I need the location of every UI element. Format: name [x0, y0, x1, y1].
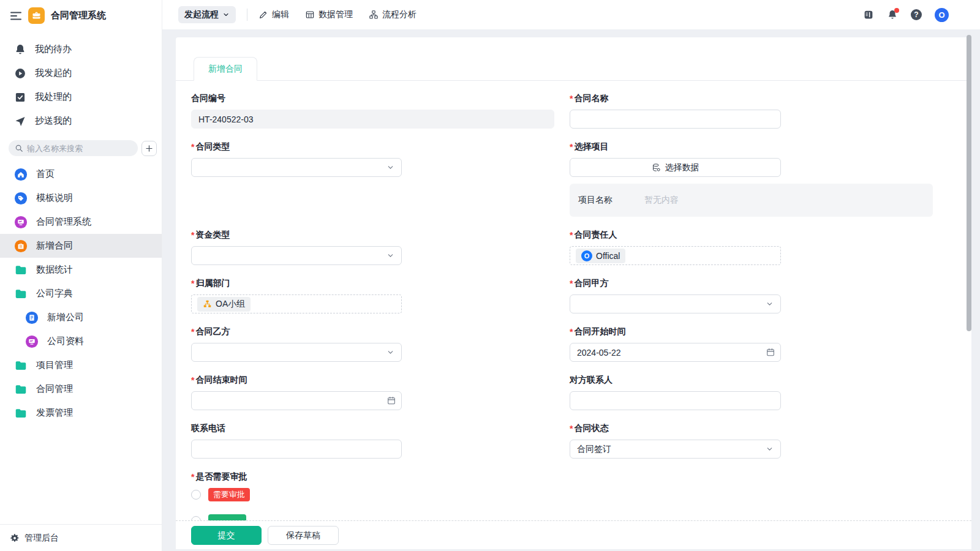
help-icon[interactable]: ?	[911, 9, 922, 20]
approval-option-need[interactable]: 需要审批	[191, 488, 402, 501]
tab-new-contract[interactable]: 新增合同	[194, 57, 257, 81]
page-scrollbar-thumb[interactable]	[967, 35, 971, 331]
submit-button[interactable]: 提交	[191, 526, 262, 545]
owner-avatar: O	[581, 250, 592, 261]
field-party-a: 合同甲方	[570, 277, 781, 313]
start-date-label: 合同开始时间	[570, 325, 781, 338]
sidebar-item-company-info[interactable]: 公司资料	[0, 329, 162, 353]
sidebar-item-label: 首页	[36, 168, 55, 180]
sidebar-item-contract-system[interactable]: 合同管理系统	[0, 210, 162, 234]
home-icon	[14, 168, 28, 181]
notification-dot	[894, 8, 899, 13]
sidebar-search-row	[0, 133, 162, 162]
need-approval-badge: 需要审批	[208, 488, 250, 501]
main-area: 发起流程 编辑 数据管理 流程分析 ? O	[162, 0, 980, 551]
contact-person-label: 对方联系人	[570, 373, 781, 386]
notifications-bell-icon[interactable]	[887, 9, 898, 20]
search-input[interactable]	[27, 144, 119, 153]
contact-person-input[interactable]	[570, 391, 781, 410]
field-phone: 联系电话	[191, 422, 402, 459]
select-data-label: 选择数据	[665, 162, 699, 173]
data-management-button[interactable]: 数据管理	[305, 9, 353, 20]
sidebar-item-label: 数据统计	[36, 264, 73, 276]
flow-analysis-button[interactable]: 流程分析	[369, 9, 417, 20]
chevron-down-icon	[386, 252, 394, 260]
sidebar-item-new-contract[interactable]: 新增合同	[0, 234, 162, 258]
owner-picker[interactable]: O Offical	[570, 246, 781, 265]
toolbar-divider	[247, 9, 247, 21]
edit-button[interactable]: 编辑	[258, 9, 289, 20]
end-date-picker[interactable]	[191, 391, 402, 410]
edit-label: 编辑	[272, 9, 289, 20]
form-footer: 提交 保存草稿	[176, 520, 971, 549]
sidebar-item-contract-mgmt[interactable]: 合同管理	[0, 377, 162, 401]
folder-icon	[14, 287, 28, 301]
fund-type-label: 资金类型	[191, 228, 402, 241]
calendar-icon	[766, 347, 775, 357]
start-date-input[interactable]	[570, 343, 781, 362]
contract-type-select[interactable]	[191, 158, 402, 177]
fund-type-select[interactable]	[191, 246, 402, 265]
select-data-button[interactable]: 选择数据	[570, 158, 781, 177]
radio-button[interactable]	[191, 516, 201, 520]
sidebar-item-label: 新增公司	[47, 312, 84, 323]
sidebar-item-company-dict[interactable]: 公司字典	[0, 282, 162, 305]
tab-label: 新增合同	[208, 64, 243, 75]
field-select-project: 选择项目 选择数据 项目名称 暂无内容	[570, 140, 781, 217]
field-status: 合同状态 合同签订	[570, 422, 781, 459]
sidebar-item-label: 项目管理	[36, 359, 73, 371]
save-draft-button[interactable]: 保存草稿	[268, 526, 339, 545]
admin-backend-label: 管理后台	[24, 533, 59, 544]
project-name-panel: 项目名称 暂无内容	[570, 184, 933, 217]
phone-input[interactable]	[191, 440, 402, 459]
sidebar-item-my-handled[interactable]: 我处理的	[0, 85, 162, 109]
party-b-select[interactable]	[191, 343, 402, 362]
field-start-date: 合同开始时间	[570, 325, 781, 362]
sidebar-item-label: 发票管理	[36, 407, 73, 419]
panel-toggle-icon[interactable]	[863, 9, 874, 20]
sidebar-item-label: 我的待办	[35, 43, 72, 55]
owner-tag[interactable]: O Offical	[576, 249, 625, 263]
sidebar-item-template-notes[interactable]: 模板说明	[0, 186, 162, 210]
contract-name-input[interactable]	[570, 110, 781, 129]
end-date-input[interactable]	[191, 391, 402, 410]
sidebar-item-project-mgmt[interactable]: 项目管理	[0, 353, 162, 377]
sidebar-item-data-stats[interactable]: 数据统计	[0, 258, 162, 282]
org-chart-icon	[203, 299, 212, 309]
sidebar-item-my-todo[interactable]: 我的待办	[0, 37, 162, 61]
add-button[interactable]	[141, 141, 157, 156]
sidebar-item-invoice-mgmt[interactable]: 发票管理	[0, 401, 162, 425]
sidebar-item-label: 公司字典	[36, 288, 73, 299]
start-flow-button[interactable]: 发起流程	[178, 6, 236, 23]
party-a-select[interactable]	[570, 294, 781, 313]
sidebar-item-label: 我处理的	[35, 91, 72, 103]
sidebar-item-label: 抄送我的	[35, 115, 72, 127]
chevron-down-icon	[766, 300, 774, 308]
field-contact-person: 对方联系人	[570, 373, 781, 410]
approval-option-2[interactable]	[191, 514, 402, 520]
radio-button[interactable]	[191, 490, 201, 500]
field-contract-name: 合同名称	[570, 92, 781, 129]
sidebar-item-my-initiated[interactable]: 我发起的	[0, 61, 162, 85]
admin-backend-link[interactable]: 管理后台	[0, 524, 162, 551]
contract-no-input[interactable]	[191, 110, 554, 129]
field-party-b: 合同乙方	[191, 325, 402, 362]
sidebar-item-new-company[interactable]: 新增公司	[0, 305, 162, 329]
chevron-down-icon	[766, 445, 774, 453]
user-avatar[interactable]: O	[935, 8, 949, 22]
hamburger-menu-icon[interactable]	[10, 10, 22, 22]
sidebar-item-home[interactable]: 首页	[0, 162, 162, 186]
field-fund-type: 资金类型	[191, 228, 402, 265]
start-date-picker[interactable]	[570, 343, 781, 362]
form-body: 合同编号 合同名称 合同类型 选择项目	[176, 81, 971, 520]
status-select[interactable]: 合同签订	[570, 440, 781, 459]
send-icon	[14, 115, 26, 127]
database-icon	[652, 163, 661, 172]
sidebar-item-label: 新增合同	[36, 240, 73, 252]
department-picker[interactable]: OA小组	[191, 294, 402, 313]
bell-icon	[14, 43, 26, 56]
select-project-label: 选择项目	[570, 140, 781, 153]
search-box[interactable]	[9, 140, 138, 156]
sidebar-item-cc-to-me[interactable]: 抄送我的	[0, 109, 162, 133]
department-tag[interactable]: OA小组	[197, 297, 251, 312]
